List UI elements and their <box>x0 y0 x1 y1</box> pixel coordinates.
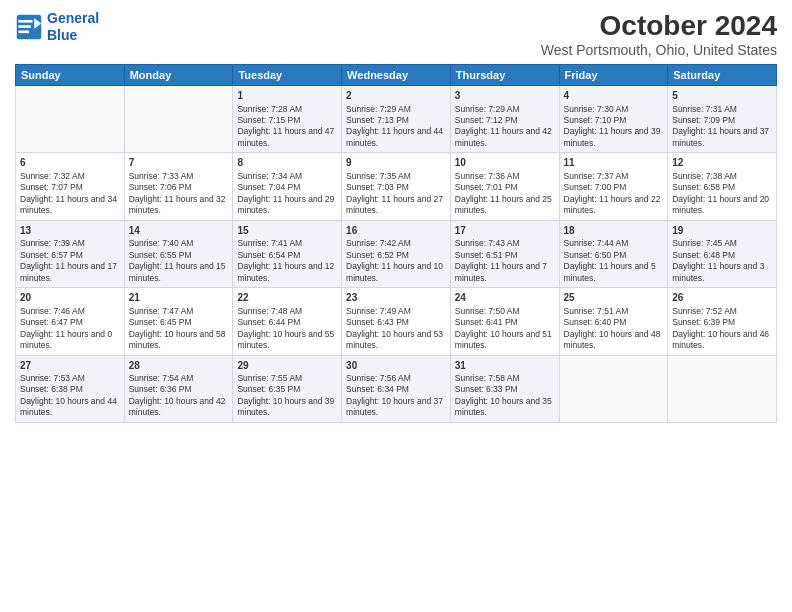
daylight-text: Daylight: 11 hours and 22 minutes. <box>564 194 664 217</box>
sunset-text: Sunset: 7:00 PM <box>564 182 664 193</box>
sunset-text: Sunset: 6:44 PM <box>237 317 337 328</box>
week-row-4: 20Sunrise: 7:46 AMSunset: 6:47 PMDayligh… <box>16 288 777 355</box>
daylight-text: Daylight: 11 hours and 47 minutes. <box>237 126 337 149</box>
calendar-cell: 24Sunrise: 7:50 AMSunset: 6:41 PMDayligh… <box>450 288 559 355</box>
col-header-wednesday: Wednesday <box>342 65 451 86</box>
daylight-text: Daylight: 10 hours and 46 minutes. <box>672 329 772 352</box>
sunrise-text: Sunrise: 7:36 AM <box>455 171 555 182</box>
calendar-cell: 23Sunrise: 7:49 AMSunset: 6:43 PMDayligh… <box>342 288 451 355</box>
daylight-text: Daylight: 11 hours and 17 minutes. <box>20 261 120 284</box>
calendar-cell: 31Sunrise: 7:58 AMSunset: 6:33 PMDayligh… <box>450 355 559 422</box>
logo: General Blue <box>15 10 99 44</box>
sunset-text: Sunset: 7:07 PM <box>20 182 120 193</box>
calendar-cell: 17Sunrise: 7:43 AMSunset: 6:51 PMDayligh… <box>450 220 559 287</box>
day-number: 11 <box>564 156 664 170</box>
daylight-text: Daylight: 10 hours and 44 minutes. <box>20 396 120 419</box>
sunset-text: Sunset: 6:39 PM <box>672 317 772 328</box>
sunrise-text: Sunrise: 7:54 AM <box>129 373 229 384</box>
sunrise-text: Sunrise: 7:42 AM <box>346 238 446 249</box>
sunset-text: Sunset: 7:09 PM <box>672 115 772 126</box>
sunset-text: Sunset: 6:47 PM <box>20 317 120 328</box>
sunset-text: Sunset: 6:38 PM <box>20 384 120 395</box>
week-row-5: 27Sunrise: 7:53 AMSunset: 6:38 PMDayligh… <box>16 355 777 422</box>
day-number: 4 <box>564 89 664 103</box>
calendar-cell: 13Sunrise: 7:39 AMSunset: 6:57 PMDayligh… <box>16 220 125 287</box>
calendar-cell: 11Sunrise: 7:37 AMSunset: 7:00 PMDayligh… <box>559 153 668 220</box>
calendar-cell: 9Sunrise: 7:35 AMSunset: 7:03 PMDaylight… <box>342 153 451 220</box>
sunset-text: Sunset: 7:01 PM <box>455 182 555 193</box>
daylight-text: Daylight: 11 hours and 42 minutes. <box>455 126 555 149</box>
sunrise-text: Sunrise: 7:28 AM <box>237 104 337 115</box>
sunset-text: Sunset: 6:45 PM <box>129 317 229 328</box>
calendar-cell: 10Sunrise: 7:36 AMSunset: 7:01 PMDayligh… <box>450 153 559 220</box>
sunset-text: Sunset: 7:15 PM <box>237 115 337 126</box>
sunrise-text: Sunrise: 7:31 AM <box>672 104 772 115</box>
daylight-text: Daylight: 10 hours and 55 minutes. <box>237 329 337 352</box>
col-header-saturday: Saturday <box>668 65 777 86</box>
calendar-cell: 26Sunrise: 7:52 AMSunset: 6:39 PMDayligh… <box>668 288 777 355</box>
sunrise-text: Sunrise: 7:35 AM <box>346 171 446 182</box>
day-number: 10 <box>455 156 555 170</box>
sunset-text: Sunset: 6:54 PM <box>237 250 337 261</box>
day-number: 14 <box>129 224 229 238</box>
daylight-text: Daylight: 10 hours and 35 minutes. <box>455 396 555 419</box>
calendar-cell: 25Sunrise: 7:51 AMSunset: 6:40 PMDayligh… <box>559 288 668 355</box>
week-row-3: 13Sunrise: 7:39 AMSunset: 6:57 PMDayligh… <box>16 220 777 287</box>
sunrise-text: Sunrise: 7:41 AM <box>237 238 337 249</box>
calendar-cell: 15Sunrise: 7:41 AMSunset: 6:54 PMDayligh… <box>233 220 342 287</box>
sunrise-text: Sunrise: 7:53 AM <box>20 373 120 384</box>
daylight-text: Daylight: 11 hours and 0 minutes. <box>20 329 120 352</box>
sunset-text: Sunset: 7:13 PM <box>346 115 446 126</box>
title-block: October 2024 West Portsmouth, Ohio, Unit… <box>541 10 777 58</box>
day-number: 23 <box>346 291 446 305</box>
logo-line1: General <box>47 10 99 26</box>
sunset-text: Sunset: 6:40 PM <box>564 317 664 328</box>
sunrise-text: Sunrise: 7:29 AM <box>455 104 555 115</box>
calendar-cell: 22Sunrise: 7:48 AMSunset: 6:44 PMDayligh… <box>233 288 342 355</box>
daylight-text: Daylight: 10 hours and 51 minutes. <box>455 329 555 352</box>
sunset-text: Sunset: 6:57 PM <box>20 250 120 261</box>
sunset-text: Sunset: 6:35 PM <box>237 384 337 395</box>
sunrise-text: Sunrise: 7:49 AM <box>346 306 446 317</box>
sunset-text: Sunset: 6:41 PM <box>455 317 555 328</box>
sunset-text: Sunset: 6:58 PM <box>672 182 772 193</box>
calendar-cell: 28Sunrise: 7:54 AMSunset: 6:36 PMDayligh… <box>124 355 233 422</box>
logo-text: General Blue <box>47 10 99 44</box>
day-number: 1 <box>237 89 337 103</box>
day-number: 29 <box>237 359 337 373</box>
sunrise-text: Sunrise: 7:33 AM <box>129 171 229 182</box>
calendar-cell <box>124 86 233 153</box>
daylight-text: Daylight: 11 hours and 34 minutes. <box>20 194 120 217</box>
calendar-cell: 4Sunrise: 7:30 AMSunset: 7:10 PMDaylight… <box>559 86 668 153</box>
sunset-text: Sunset: 7:06 PM <box>129 182 229 193</box>
daylight-text: Daylight: 11 hours and 37 minutes. <box>672 126 772 149</box>
week-row-2: 6Sunrise: 7:32 AMSunset: 7:07 PMDaylight… <box>16 153 777 220</box>
day-number: 26 <box>672 291 772 305</box>
svg-rect-2 <box>19 20 33 23</box>
subtitle: West Portsmouth, Ohio, United States <box>541 42 777 58</box>
daylight-text: Daylight: 10 hours and 48 minutes. <box>564 329 664 352</box>
calendar-cell: 16Sunrise: 7:42 AMSunset: 6:52 PMDayligh… <box>342 220 451 287</box>
day-number: 3 <box>455 89 555 103</box>
sunset-text: Sunset: 6:55 PM <box>129 250 229 261</box>
day-number: 28 <box>129 359 229 373</box>
day-number: 9 <box>346 156 446 170</box>
logo-icon <box>15 13 43 41</box>
header-row: SundayMondayTuesdayWednesdayThursdayFrid… <box>16 65 777 86</box>
sunrise-text: Sunrise: 7:55 AM <box>237 373 337 384</box>
sunset-text: Sunset: 6:36 PM <box>129 384 229 395</box>
daylight-text: Daylight: 11 hours and 25 minutes. <box>455 194 555 217</box>
sunset-text: Sunset: 6:43 PM <box>346 317 446 328</box>
sunset-text: Sunset: 7:04 PM <box>237 182 337 193</box>
sunrise-text: Sunrise: 7:47 AM <box>129 306 229 317</box>
sunrise-text: Sunrise: 7:34 AM <box>237 171 337 182</box>
sunrise-text: Sunrise: 7:51 AM <box>564 306 664 317</box>
day-number: 13 <box>20 224 120 238</box>
day-number: 17 <box>455 224 555 238</box>
page: General Blue October 2024 West Portsmout… <box>0 0 792 612</box>
calendar-cell: 18Sunrise: 7:44 AMSunset: 6:50 PMDayligh… <box>559 220 668 287</box>
daylight-text: Daylight: 10 hours and 42 minutes. <box>129 396 229 419</box>
sunrise-text: Sunrise: 7:52 AM <box>672 306 772 317</box>
sunset-text: Sunset: 6:34 PM <box>346 384 446 395</box>
calendar-cell: 2Sunrise: 7:29 AMSunset: 7:13 PMDaylight… <box>342 86 451 153</box>
